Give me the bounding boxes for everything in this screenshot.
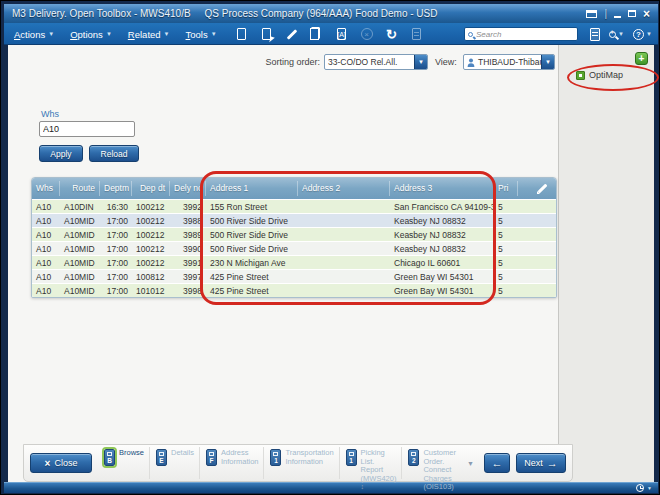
view-dropdown[interactable]: THIBAUD-Thibaud ▼ [463, 54, 555, 70]
column-header[interactable]: Address 1 [206, 181, 298, 196]
table-body: A10 A10DIN 16:30 100212 3992 155 Ron Str… [32, 199, 556, 297]
statusbar: ▼ [4, 482, 658, 493]
chevron-down-icon: ▼ [106, 31, 112, 37]
menu[interactable]: Tools▼ [186, 29, 217, 40]
column-header[interactable]: Pri [494, 181, 518, 196]
view-document-icon[interactable]: [A] [334, 27, 349, 42]
window-subtitle: QS Process Company (964/AAA) Food Demo -… [205, 8, 438, 19]
edit-icon[interactable] [284, 27, 299, 42]
view-label: View: [435, 57, 457, 67]
side-panel: + OptiMap [558, 45, 654, 482]
key-badge-icon: 1 [270, 449, 281, 466]
chevron-down-icon[interactable]: ▼ [414, 55, 427, 69]
table-row[interactable]: A10 A10MID 17:00 101012 3998 425 Pine St… [32, 283, 556, 297]
function-button[interactable]: 1 Picking List. Report (MWS420) [339, 447, 402, 479]
table-row[interactable]: A10 A10DIN 16:30 100212 3992 155 Ron Str… [32, 199, 556, 213]
arrow-right-icon: → [547, 458, 558, 469]
sorting-order-dropdown[interactable]: 33-CO/DO Rel.All. ▼ [324, 54, 428, 70]
menu[interactable]: Related▼ [128, 29, 170, 40]
column-header[interactable]: Deptm [100, 181, 132, 196]
function-button[interactable]: 2 Customer Order. Connect Charges (OIS10… [401, 447, 461, 479]
clock-icon[interactable] [636, 484, 644, 492]
chevron-down-icon: ▼ [164, 31, 170, 37]
chevron-down-icon: ▼ [618, 31, 624, 37]
add-shortcut-icon[interactable]: + [635, 52, 648, 65]
titlebar: M3 Delivery. Open Toolbox - MWS410/B QS … [4, 4, 658, 23]
key-badge-icon: B [104, 449, 115, 466]
next-button[interactable]: Next → [516, 453, 566, 473]
menu[interactable]: Actions▼ [14, 29, 54, 40]
search-icon [468, 32, 473, 37]
apply-button[interactable]: Apply [39, 145, 83, 162]
toolbar-overflow-icon[interactable]: ▼ [467, 460, 474, 467]
function-button[interactable]: F Address Information [199, 447, 264, 479]
column-header[interactable]: Whs [32, 181, 60, 196]
close-window-icon[interactable]: × [643, 9, 650, 19]
column-header[interactable]: Address 3 [390, 181, 494, 196]
function-button[interactable]: E Details [149, 447, 199, 479]
bottom-toolbar: × Close B Browse E Details [23, 444, 573, 482]
chevron-down-icon: ▼ [647, 485, 652, 491]
minimize-icon[interactable] [614, 16, 621, 18]
person-icon [467, 58, 475, 67]
popout-window-icon[interactable] [586, 10, 597, 18]
reload-button[interactable]: Reload [89, 145, 139, 162]
maximize-icon[interactable] [628, 10, 636, 17]
table-row[interactable]: A10 A10MID 17:00 100212 3990 500 River S… [32, 241, 556, 255]
edit-pencil-icon[interactable] [536, 181, 550, 195]
function-button[interactable]: B Browse [98, 447, 149, 479]
key-badge-icon: 2 [408, 449, 419, 466]
function-button[interactable]: 1 Transportation Information [263, 447, 338, 479]
key-badge-icon: E [156, 449, 167, 466]
search-input[interactable] [476, 30, 574, 39]
whs-label: Whs [41, 109, 59, 119]
chevron-down-icon: ▼ [48, 31, 54, 37]
chevron-down-icon: ▼ [211, 31, 217, 37]
close-x-icon: × [45, 458, 51, 469]
function-key-buttons: B Browse E Details F [98, 447, 461, 479]
chevron-down-icon[interactable]: ▼ [541, 55, 554, 69]
application-window: M3 Delivery. Open Toolbox - MWS410/B QS … [0, 0, 660, 495]
titlebar-separator: | [604, 8, 607, 19]
key-badge-icon: F [206, 449, 217, 466]
previous-panel-button[interactable]: ← [484, 453, 510, 473]
chevron-down-icon: ▼ [646, 31, 652, 37]
refresh-icon[interactable]: ↻ [384, 27, 399, 42]
help-control[interactable]: ?▼ [633, 29, 652, 40]
close-button[interactable]: × Close [30, 453, 92, 473]
menu-list: Actions▼ Options▼ Related▼ Tools▼ [14, 23, 217, 45]
copy-icon[interactable] [309, 27, 324, 42]
column-header[interactable]: Address 2 [298, 181, 390, 196]
whs-input[interactable] [39, 121, 135, 137]
table-row[interactable]: A10 A10MID 17:00 100812 3997 425 Pine St… [32, 269, 556, 283]
optimap-shortcut[interactable]: OptiMap [576, 70, 623, 80]
zoom-icon [609, 31, 616, 38]
table-row[interactable]: A10 A10MID 17:00 100212 3989 500 River S… [32, 227, 556, 241]
arrow-left-icon: ← [492, 458, 503, 469]
column-header[interactable]: Dep dt [132, 181, 170, 196]
optimap-icon [576, 71, 585, 80]
help-icon: ? [633, 29, 644, 40]
notes-icon[interactable] [590, 28, 600, 41]
table-row[interactable]: A10 A10MID 17:00 100212 3991 230 N Michi… [32, 255, 556, 269]
table-row[interactable]: A10 A10MID 17:00 100212 3988 500 River S… [32, 213, 556, 227]
search-box [464, 27, 578, 41]
menu[interactable]: Options▼ [70, 29, 112, 40]
zoom-control[interactable]: ▼ [609, 31, 624, 38]
document-icon [409, 27, 424, 42]
key-badge-icon: 1 [346, 449, 357, 466]
new-document-icon[interactable] [234, 27, 249, 42]
delete-icon: × [359, 27, 374, 42]
column-header[interactable]: Dely no [170, 181, 206, 196]
sorting-order-label: Sorting order: [236, 57, 320, 67]
menubar: Actions▼ Options▼ Related▼ Tools▼ [A] × … [4, 23, 658, 45]
open-record-icon[interactable] [259, 27, 274, 42]
table-header: WhsRouteDeptmDep dtDely noAddress 1Addre… [32, 178, 556, 199]
column-header[interactable]: Route [60, 181, 100, 196]
window-title: M3 Delivery. Open Toolbox - MWS410/B [12, 8, 191, 19]
delivery-table: WhsRouteDeptmDep dtDely noAddress 1Addre… [31, 177, 557, 298]
content-area: + OptiMap Sorting order: 33-CO/DO Rel.Al… [8, 45, 654, 482]
